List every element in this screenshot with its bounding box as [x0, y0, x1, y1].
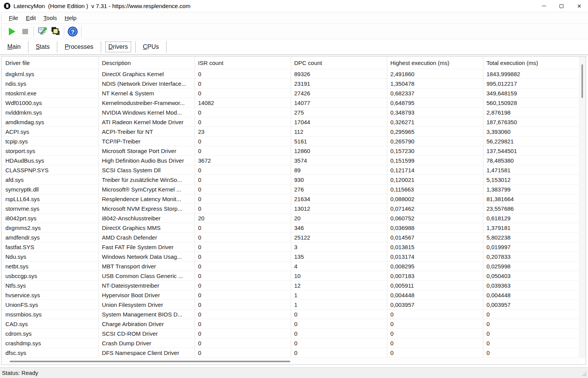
table-cell: 0	[483, 348, 580, 358]
table-cell: 187,676350	[483, 117, 580, 127]
table-cell: 0,003957	[483, 300, 580, 310]
table-cell: 0	[195, 223, 291, 233]
table-row[interactable]: ACPI.sysACPI-Treiber für NT231120,295965…	[2, 127, 586, 137]
table-row[interactable]: stornvme.sysMicrosoft NVM Express Storp.…	[2, 204, 586, 213]
vertical-scrollbar-thumb[interactable]	[581, 64, 583, 98]
table-row[interactable]: rspLLL64.sysResplendence Latency Monit..…	[2, 194, 586, 204]
column-header[interactable]: Total execution (ms)	[483, 57, 580, 69]
table-row[interactable]: Wdf01000.sysKernelmodustreiber-Framewor.…	[2, 98, 586, 108]
tab-main[interactable]: Main	[5, 42, 23, 52]
column-header[interactable]: Description	[99, 57, 195, 69]
table-cell: 13012	[291, 204, 387, 213]
tab-separator	[135, 41, 136, 53]
title-bar: LatencyMon (Home Edition ) v 7.31 - http…	[0, 0, 588, 12]
maximize-button[interactable]	[553, 0, 570, 12]
tab-processes[interactable]: Processes	[62, 42, 96, 52]
table-row[interactable]: dxgmms2.sysDirectX Graphics MMS03460,036…	[2, 223, 586, 233]
tab-stats[interactable]: Stats	[33, 42, 52, 52]
table-cell: Ndu.sys	[2, 252, 99, 261]
table-cell: UnionFS.sys	[2, 300, 99, 310]
table-cell: 0,014567	[387, 233, 483, 242]
table-cell: 21634	[291, 194, 387, 204]
table-row[interactable]: Ntfs.sysNT-Dateisystemtreiber0120,005911…	[2, 281, 586, 290]
table-cell: 0	[195, 290, 291, 300]
maximize-icon	[560, 4, 563, 8]
table-cell: 0	[195, 338, 291, 348]
table-cell: 0	[387, 329, 483, 338]
start-monitor-button[interactable]	[5, 25, 18, 38]
table-row[interactable]: cdrom.sysSCSI CD-ROM Driver0000	[2, 329, 586, 338]
table-row[interactable]: ndis.sysNDIS (Network Driver Interface..…	[2, 79, 586, 88]
table-row[interactable]: HDAudBus.sysHigh Definition Audio Bus Dr…	[2, 156, 586, 165]
close-button[interactable]: ✕	[570, 0, 588, 12]
table-cell: 17044	[291, 117, 387, 127]
help-button[interactable]: ?	[66, 25, 79, 38]
table-row[interactable]: i8042prt.sysi8042-Anschlusstreiber20200,…	[2, 213, 586, 223]
app-icon	[4, 3, 10, 9]
tab-drivers[interactable]: Drivers	[106, 42, 131, 52]
close-icon: ✕	[577, 3, 581, 9]
table-cell: 3	[291, 242, 387, 252]
menu-file[interactable]: File	[5, 13, 22, 22]
table-row[interactable]: amdkmdag.sysATI Radeon Kernel Mode Drive…	[2, 117, 586, 127]
table-row[interactable]: storport.sysMicrosoft Storage Port Drive…	[2, 146, 586, 156]
table-row[interactable]: tcpip.sysTCP/IP-Treiber051610,26579056,2…	[2, 137, 586, 146]
menu-edit[interactable]: Edit	[22, 13, 39, 22]
column-header[interactable]: Driver file	[2, 57, 99, 69]
table-row[interactable]: fastfat.SYSFast FAT File System Driver03…	[2, 242, 586, 252]
table-row[interactable]: netbt.sysMBT Transport driver040,0082950…	[2, 261, 586, 271]
column-header[interactable]: Highest execution (ms)	[387, 57, 483, 69]
options-button[interactable]	[36, 25, 49, 38]
minimize-button[interactable]	[535, 0, 553, 12]
table-cell: 0	[195, 185, 291, 194]
table-body: dxgkrnl.sysDirectX Graphics Kernel089326…	[2, 69, 586, 358]
table-cell: NVIDIA Windows Kernel Mod...	[99, 108, 195, 117]
vertical-scrollbar[interactable]	[579, 57, 586, 358]
table-row[interactable]: ntoskrnl.exeNT Kernel & System0274260,68…	[2, 88, 586, 98]
table-cell: 10	[291, 271, 387, 281]
table-row[interactable]: dxgkrnl.sysDirectX Graphics Kernel089326…	[2, 69, 586, 79]
table-row[interactable]: usbccgp.sysUSB Common Class Generic ...0…	[2, 271, 586, 281]
table-cell: netbt.sys	[2, 261, 99, 271]
table-row[interactable]: CAD.sysCharge Arbiration Driver0000	[2, 319, 586, 329]
table-row[interactable]: dfsc.sysDFS Namespace Client Driver0000	[2, 348, 586, 358]
table-row[interactable]: symcryptk.dllMicrosoft® SymCrypt Kernel …	[2, 185, 586, 194]
table-row[interactable]: crashdmp.sysCrash Dump Driver0000	[2, 338, 586, 348]
column-header[interactable]: DPC count	[291, 57, 387, 69]
table-cell: DFS Namespace Client Driver	[99, 348, 195, 358]
table-cell: SCSI Class System Dll	[99, 165, 195, 175]
table-cell: 2,491860	[387, 69, 483, 79]
toolbar: ?	[0, 24, 588, 39]
table-cell: 0	[195, 69, 291, 79]
table-row[interactable]: afd.sysTreiber für zusätzliche WinSo...0…	[2, 175, 586, 185]
table-cell: 0,003957	[387, 300, 483, 310]
menu-tools[interactable]: Tools	[40, 13, 60, 22]
table-cell: 0,005911	[387, 281, 483, 290]
table-cell: ntoskrnl.exe	[2, 88, 99, 98]
resize-grip[interactable]	[585, 375, 586, 376]
horizontal-scrollbar[interactable]	[2, 358, 579, 365]
table-cell: 78,485380	[483, 156, 580, 165]
table-row[interactable]: UnionFS.sysUnion Filesystem Driver010,00…	[2, 300, 586, 310]
table-row[interactable]: hvservice.sysHypervisor Boot Driver010,0…	[2, 290, 586, 300]
table-cell: 276	[291, 185, 387, 194]
column-header[interactable]: ISR count	[195, 57, 291, 69]
table-row[interactable]: nvlddmkm.sysNVIDIA Windows Kernel Mod...…	[2, 108, 586, 117]
table-row[interactable]: Ndu.sysWindows Network Data Usag...01350…	[2, 252, 586, 261]
table-cell: 3574	[291, 156, 387, 165]
table-cell: 0,039363	[483, 281, 580, 290]
report-button[interactable]	[49, 25, 62, 38]
table-row[interactable]: mssmbios.sysSystem Management BIOS D...0…	[2, 310, 586, 319]
status-text: Status: Ready	[2, 370, 38, 376]
table-row[interactable]: amdfendr.sysAMD Crash Defender0251220,01…	[2, 233, 586, 242]
tab-bar: Main Stats Processes Drivers CPUs	[0, 39, 588, 55]
tab-cpus[interactable]: CPUs	[140, 42, 162, 52]
stop-monitor-button[interactable]	[18, 25, 32, 38]
table-row[interactable]: CLASSPNP.SYSSCSI Class System Dll0890,12…	[2, 165, 586, 175]
horizontal-scrollbar-thumb[interactable]	[10, 361, 290, 362]
table-cell: 0	[195, 88, 291, 98]
table-cell: 0,207833	[483, 252, 580, 261]
table-cell: 0	[387, 319, 483, 329]
menu-help[interactable]: Help	[61, 13, 80, 22]
table-cell: ACPI-Treiber für NT	[99, 127, 195, 137]
